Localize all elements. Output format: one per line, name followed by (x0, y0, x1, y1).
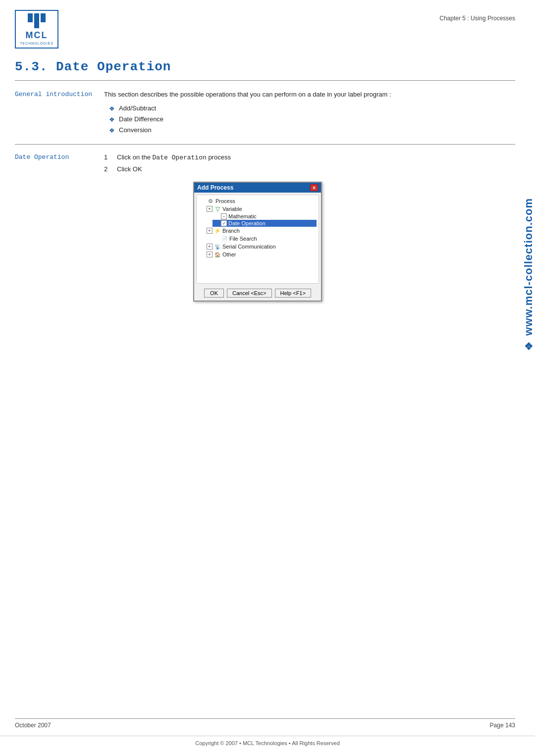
logo-subtext: TECHNOLOGIES (20, 42, 54, 45)
tree-label-branch: Branch (222, 228, 240, 234)
footer-date: October 2007 (15, 722, 51, 729)
tree-label-other: Other (222, 252, 236, 257)
variable-expand[interactable]: + (207, 206, 213, 212)
tree-label-file-search: File Search (229, 236, 257, 242)
date-icon: ✓ (221, 220, 227, 226)
sidebar-watermark: ❖ www.mcl-collection.com (522, 198, 535, 352)
list-item: ❖ Date Difference (109, 115, 515, 123)
general-intro-row: General introduction This section descri… (15, 90, 515, 137)
section-separator (15, 137, 515, 151)
serial-expand[interactable]: + (207, 244, 213, 250)
bullet-text: Conversion (119, 126, 152, 134)
copyright-footer: Copyright © 2007 • MCL Technologies • Al… (0, 736, 535, 746)
dialog-footer: OK Cancel <Esc> Help <F1> (194, 286, 321, 301)
step-1-num: 1 (104, 151, 112, 163)
title-divider (15, 80, 515, 81)
add-process-dialog: Add Process × ⚙ Process (193, 182, 322, 302)
tree-label-date-operation: Date Operation (228, 220, 266, 226)
step-1: 1 Click on the Date Operation process (104, 151, 515, 163)
step-1-text: Click on the Date Operation process (117, 151, 231, 163)
bullet-text: Date Difference (119, 115, 163, 123)
tree-label-process: Process (215, 198, 235, 204)
process-icon: ⚙ (207, 198, 214, 204)
logo-text: MCL (26, 30, 48, 41)
steps: 1 Click on the Date Operation process 2 … (104, 151, 515, 175)
serial-icon: 📡 (214, 243, 221, 250)
dialog-titlebar: Add Process × (194, 183, 321, 193)
tree-label-mathematic: Mathematic (228, 213, 257, 219)
step-2: 2 Click OK (104, 163, 515, 175)
bullet-arrow-icon: ❖ (109, 127, 115, 134)
other-icon: 🏠 (214, 251, 221, 258)
ok-button[interactable]: OK (204, 289, 224, 298)
dialog-wrapper: Add Process × ⚙ Process (193, 182, 515, 302)
footer-page: Page 143 (490, 722, 515, 729)
tree-item-date-operation[interactable]: ✓ Date Operation (213, 220, 317, 227)
math-icon: − (221, 213, 227, 219)
other-expand[interactable]: + (207, 252, 213, 257)
sidebar-url: www.mcl-collection.com (522, 198, 535, 336)
tree-item-branch[interactable]: + ⚡ Branch (206, 227, 317, 235)
tree-label-serial: Serial Communication (222, 244, 276, 250)
step-1-monospace: Date Operation (153, 154, 207, 161)
list-item: ❖ Conversion (109, 126, 515, 134)
dialog-title: Add Process (197, 184, 233, 191)
logo: MCL TECHNOLOGIES (15, 10, 59, 50)
sidebar-dot: ❖ (523, 340, 535, 352)
copyright-text: Copyright © 2007 • MCL Technologies • Al… (195, 740, 340, 746)
content-table: General introduction This section descri… (15, 90, 515, 302)
footer: October 2007 Page 143 (15, 718, 515, 729)
step-2-num: 2 (104, 163, 112, 175)
tree-item-file-search[interactable]: 📄 File Search (213, 235, 317, 243)
tree-item-serial[interactable]: + 📡 Serial Communication (206, 243, 317, 251)
cancel-button[interactable]: Cancel <Esc> (227, 289, 271, 298)
bullet-text: Add/Subtract (119, 104, 156, 112)
step-2-text: Click OK (117, 163, 142, 175)
date-operation-row: Date Operation 1 Click on the Date Opera… (15, 151, 515, 302)
tree-label-variable: Variable (222, 206, 242, 212)
intro-text: This section describes the possible oper… (104, 90, 515, 100)
tree-item-variable[interactable]: + ▽ Variable (206, 205, 317, 213)
tree-item-mathematic[interactable]: − Mathematic (213, 213, 317, 220)
list-item: ❖ Add/Subtract (109, 104, 515, 112)
page-title: 5.3. Date Operation (15, 59, 515, 74)
bullet-arrow-icon: ❖ (109, 105, 115, 112)
bullet-list: ❖ Add/Subtract ❖ Date Difference ❖ Conve… (109, 104, 515, 134)
branch-icon: ⚡ (214, 227, 221, 234)
bullet-arrow-icon: ❖ (109, 116, 115, 123)
date-operation-label: Date Operation (15, 153, 69, 161)
tree-item-process[interactable]: ⚙ Process (199, 197, 317, 205)
chapter-header: Chapter 5 : Using Processes (439, 15, 515, 22)
general-intro-label: General introduction (15, 91, 92, 98)
help-button[interactable]: Help <F1> (275, 289, 311, 298)
dialog-close-button[interactable]: × (310, 184, 318, 191)
variable-icon: ▽ (214, 205, 221, 212)
branch-expand[interactable]: + (207, 228, 213, 234)
file-icon: 📄 (221, 235, 228, 242)
dialog-body: ⚙ Process + ▽ Variable (196, 195, 319, 284)
tree-item-other[interactable]: + 🏠 Other (206, 251, 317, 258)
